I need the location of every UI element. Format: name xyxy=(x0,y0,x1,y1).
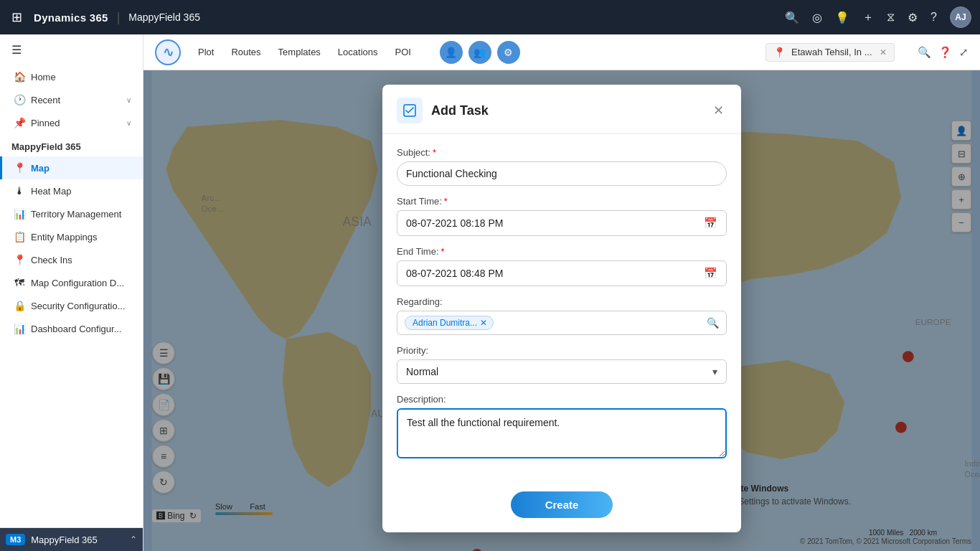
map-expand-icon[interactable]: ⤢ xyxy=(959,46,969,59)
regarding-field-group: Regarding: Adrian Dumitra... ✕ 🔍 xyxy=(397,296,727,335)
recent-icon: 🕐 xyxy=(14,94,25,105)
nav-plot[interactable]: Plot xyxy=(198,44,214,60)
target-icon[interactable]: ◎ xyxy=(812,11,822,24)
sidebar-item-mapconfig[interactable]: 🗺 Map Configuration D... xyxy=(0,271,143,294)
sidebar-security-label: Security Configuratio... xyxy=(31,301,126,311)
location-close-icon[interactable]: ✕ xyxy=(880,47,887,57)
main-layout: ☰ 🏠 Home 🕐 Recent ∨ 📌 Pinned ∨ MappyFiel… xyxy=(0,34,980,551)
map-help-icon[interactable]: ❓ xyxy=(938,46,952,59)
task-icon xyxy=(397,98,423,123)
nav-locations[interactable]: Locations xyxy=(338,44,378,60)
regarding-label: Regarding: xyxy=(397,296,727,307)
priority-field-group: Priority: Normal ▾ xyxy=(397,345,727,384)
add-task-dialog: Add Task ✕ Subject: * xyxy=(382,85,741,532)
map-location-text: Etawah Tehsil, In ... xyxy=(791,47,872,57)
sidebar-bottom-bar[interactable]: M3 MappyField 365 ⌃ xyxy=(0,527,143,551)
dialog-body: Subject: * Start Time: * xyxy=(382,134,741,484)
nav-templates[interactable]: Templates xyxy=(278,44,321,60)
dialog-header: Add Task ✕ xyxy=(382,85,741,134)
subject-field-group: Subject: * xyxy=(397,147,727,186)
nav-routes[interactable]: Routes xyxy=(231,44,260,60)
start-time-label: Start Time: * xyxy=(397,196,727,207)
heatmap-icon: 🌡 xyxy=(14,185,25,197)
sidebar-item-home[interactable]: 🏠 Home xyxy=(0,65,143,88)
search-icon[interactable]: 🔍 xyxy=(785,11,799,24)
start-calendar-icon[interactable]: 📅 xyxy=(704,217,717,230)
end-time-field-group: End Time: * 08-07-2021 08:48 PM 📅 xyxy=(397,246,727,286)
description-label: Description: xyxy=(397,394,727,405)
dialog-close-button[interactable]: ✕ xyxy=(710,100,727,121)
create-button[interactable]: Create xyxy=(511,491,613,518)
start-time-input[interactable]: 08-07-2021 08:18 PM 📅 xyxy=(397,210,727,236)
location-pin-icon: 📍 xyxy=(773,47,786,58)
dialog-footer: Create xyxy=(382,484,741,532)
regarding-chip: Adrian Dumitra... ✕ xyxy=(405,316,494,330)
priority-value-text: Normal xyxy=(406,366,438,377)
sidebar-heatmap-label: Heat Map xyxy=(31,186,71,197)
end-calendar-icon[interactable]: 📅 xyxy=(704,267,717,280)
map-toolbar-right: 🔍 ❓ ⤢ xyxy=(918,46,969,59)
user-avatar[interactable]: AJ xyxy=(950,6,971,28)
recent-chevron-icon: ∨ xyxy=(126,96,131,104)
gear-icon[interactable]: ⚙ xyxy=(908,11,918,24)
sidebar-bottom-badge: M3 xyxy=(6,534,25,545)
sidebar-item-checkins[interactable]: 📍 Check Ins xyxy=(0,248,143,271)
mapconfig-icon: 🗺 xyxy=(14,277,25,288)
chip-close-icon[interactable]: ✕ xyxy=(480,318,487,328)
end-required-star: * xyxy=(441,246,445,257)
grid-icon[interactable]: ⊞ xyxy=(9,6,25,28)
subject-input[interactable] xyxy=(397,161,727,186)
map-group-icon[interactable]: 👥 xyxy=(468,41,491,64)
sidebar-item-heatmap[interactable]: 🌡 Heat Map xyxy=(0,179,143,202)
dialog-overlay: Add Task ✕ Subject: * xyxy=(143,70,980,551)
sidebar-item-entity[interactable]: 📋 Entity Mappings xyxy=(0,225,143,248)
priority-chevron-icon: ▾ xyxy=(712,366,717,377)
home-icon: 🏠 xyxy=(14,71,25,83)
map-location-bar[interactable]: 📍 Etawah Tehsil, In ... ✕ xyxy=(765,43,895,62)
sidebar-mapconfig-label: Map Configuration D... xyxy=(31,278,124,288)
regarding-input[interactable]: Adrian Dumitra... ✕ 🔍 xyxy=(397,311,727,335)
map-person-icon[interactable]: 👤 xyxy=(440,41,463,64)
sidebar-item-pinned[interactable]: 📌 Pinned ∨ xyxy=(0,111,143,134)
start-time-label-text: Start Time: xyxy=(397,196,442,207)
start-required-star: * xyxy=(444,196,448,207)
filter-icon[interactable]: ⧖ xyxy=(887,11,895,24)
regarding-search-icon[interactable]: 🔍 xyxy=(707,317,719,329)
checkins-icon: 📍 xyxy=(14,254,25,265)
end-time-label: End Time: * xyxy=(397,246,727,257)
mappyfield-section-label: MappyField 365 xyxy=(0,134,143,156)
map-settings-icon[interactable]: ⚙ xyxy=(497,41,520,64)
sidebar-map-label: Map xyxy=(31,163,50,174)
map-search-icon[interactable]: 🔍 xyxy=(918,46,931,59)
main-area: ∿ Plot Routes Templates Locations POI 👤 … xyxy=(143,34,980,551)
help-icon[interactable]: ? xyxy=(930,11,937,24)
dialog-title: Add Task xyxy=(431,103,489,118)
brand-name: Dynamics 365 xyxy=(34,11,108,24)
end-time-label-text: End Time: xyxy=(397,246,439,257)
map-background: ASIA AUSTRALIA ASIA AFRICA EUROPE Arc...… xyxy=(143,70,980,551)
sidebar-item-dashboard[interactable]: 📊 Dashboard Configur... xyxy=(0,317,143,340)
sidebar-item-territory[interactable]: 📊 Territory Management xyxy=(0,202,143,225)
start-time-field-group: Start Time: * 08-07-2021 08:18 PM 📅 xyxy=(397,196,727,236)
bulb-icon[interactable]: 💡 xyxy=(835,11,849,24)
pinned-chevron-icon: ∨ xyxy=(126,119,131,127)
nav-poi[interactable]: POI xyxy=(395,44,411,60)
sidebar-territory-label: Territory Management xyxy=(31,209,121,220)
sidebar-item-recent[interactable]: 🕐 Recent ∨ xyxy=(0,88,143,111)
priority-label-text: Priority: xyxy=(397,345,428,356)
priority-select[interactable]: Normal ▾ xyxy=(397,359,727,384)
sidebar-item-map[interactable]: 📍 Map xyxy=(0,156,143,179)
end-time-input[interactable]: 08-07-2021 08:48 PM 📅 xyxy=(397,260,727,286)
sidebar-item-security[interactable]: 🔒 Security Configuratio... xyxy=(0,294,143,317)
sidebar-pinned-label: Pinned xyxy=(31,118,60,128)
plus-icon[interactable]: ＋ xyxy=(862,10,874,25)
map-toolbar: ∿ Plot Routes Templates Locations POI 👤 … xyxy=(143,34,980,70)
entity-icon: 📋 xyxy=(14,231,25,242)
sidebar-home-label: Home xyxy=(31,72,56,83)
description-textarea[interactable]: Test all the functional requirement. xyxy=(397,408,727,458)
map-nav: Plot Routes Templates Locations POI xyxy=(198,44,411,60)
sidebar-hamburger[interactable]: ☰ xyxy=(0,34,143,65)
description-label-text: Description: xyxy=(397,394,446,405)
security-icon: 🔒 xyxy=(14,300,25,311)
sidebar-bottom-chevron-icon: ⌃ xyxy=(130,534,137,545)
